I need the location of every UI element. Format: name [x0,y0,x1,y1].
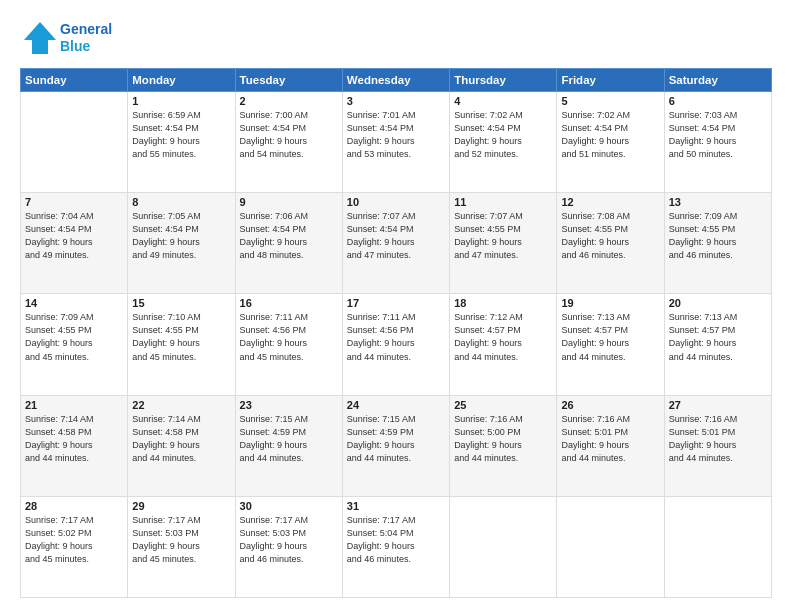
logo: General Blue [20,18,112,58]
day-info: Sunrise: 7:13 AM Sunset: 4:57 PM Dayligh… [669,311,767,363]
day-info: Sunrise: 7:09 AM Sunset: 4:55 PM Dayligh… [25,311,123,363]
day-info: Sunrise: 7:14 AM Sunset: 4:58 PM Dayligh… [132,413,230,465]
day-number: 7 [25,196,123,208]
day-info: Sunrise: 7:14 AM Sunset: 4:58 PM Dayligh… [25,413,123,465]
day-info: Sunrise: 7:05 AM Sunset: 4:54 PM Dayligh… [132,210,230,262]
day-number: 27 [669,399,767,411]
calendar-cell: 28Sunrise: 7:17 AM Sunset: 5:02 PM Dayli… [21,496,128,597]
day-number: 14 [25,297,123,309]
calendar-cell: 10Sunrise: 7:07 AM Sunset: 4:54 PM Dayli… [342,193,449,294]
weekday-header-monday: Monday [128,69,235,92]
calendar-cell: 7Sunrise: 7:04 AM Sunset: 4:54 PM Daylig… [21,193,128,294]
week-row-4: 21Sunrise: 7:14 AM Sunset: 4:58 PM Dayli… [21,395,772,496]
calendar-cell: 31Sunrise: 7:17 AM Sunset: 5:04 PM Dayli… [342,496,449,597]
weekday-header-sunday: Sunday [21,69,128,92]
day-number: 21 [25,399,123,411]
day-info: Sunrise: 7:15 AM Sunset: 4:59 PM Dayligh… [347,413,445,465]
calendar-cell: 13Sunrise: 7:09 AM Sunset: 4:55 PM Dayli… [664,193,771,294]
calendar-cell: 2Sunrise: 7:00 AM Sunset: 4:54 PM Daylig… [235,92,342,193]
day-number: 5 [561,95,659,107]
calendar-cell: 22Sunrise: 7:14 AM Sunset: 4:58 PM Dayli… [128,395,235,496]
calendar-cell: 14Sunrise: 7:09 AM Sunset: 4:55 PM Dayli… [21,294,128,395]
calendar-cell: 26Sunrise: 7:16 AM Sunset: 5:01 PM Dayli… [557,395,664,496]
calendar-cell: 5Sunrise: 7:02 AM Sunset: 4:54 PM Daylig… [557,92,664,193]
calendar-cell: 17Sunrise: 7:11 AM Sunset: 4:56 PM Dayli… [342,294,449,395]
day-info: Sunrise: 7:17 AM Sunset: 5:03 PM Dayligh… [132,514,230,566]
day-number: 28 [25,500,123,512]
calendar-cell: 4Sunrise: 7:02 AM Sunset: 4:54 PM Daylig… [450,92,557,193]
day-number: 13 [669,196,767,208]
week-row-2: 7Sunrise: 7:04 AM Sunset: 4:54 PM Daylig… [21,193,772,294]
day-number: 31 [347,500,445,512]
calendar-cell: 8Sunrise: 7:05 AM Sunset: 4:54 PM Daylig… [128,193,235,294]
day-info: Sunrise: 6:59 AM Sunset: 4:54 PM Dayligh… [132,109,230,161]
calendar-cell: 23Sunrise: 7:15 AM Sunset: 4:59 PM Dayli… [235,395,342,496]
day-info: Sunrise: 7:17 AM Sunset: 5:03 PM Dayligh… [240,514,338,566]
header: General Blue [20,18,772,58]
day-number: 29 [132,500,230,512]
day-info: Sunrise: 7:11 AM Sunset: 4:56 PM Dayligh… [240,311,338,363]
day-info: Sunrise: 7:16 AM Sunset: 5:01 PM Dayligh… [561,413,659,465]
calendar-cell: 30Sunrise: 7:17 AM Sunset: 5:03 PM Dayli… [235,496,342,597]
svg-marker-0 [24,22,56,54]
calendar-cell: 21Sunrise: 7:14 AM Sunset: 4:58 PM Dayli… [21,395,128,496]
day-info: Sunrise: 7:01 AM Sunset: 4:54 PM Dayligh… [347,109,445,161]
day-info: Sunrise: 7:04 AM Sunset: 4:54 PM Dayligh… [25,210,123,262]
week-row-3: 14Sunrise: 7:09 AM Sunset: 4:55 PM Dayli… [21,294,772,395]
logo-line2: Blue [60,38,112,55]
weekday-header-tuesday: Tuesday [235,69,342,92]
day-info: Sunrise: 7:10 AM Sunset: 4:55 PM Dayligh… [132,311,230,363]
calendar-cell [21,92,128,193]
calendar-cell: 15Sunrise: 7:10 AM Sunset: 4:55 PM Dayli… [128,294,235,395]
calendar-cell: 19Sunrise: 7:13 AM Sunset: 4:57 PM Dayli… [557,294,664,395]
day-number: 18 [454,297,552,309]
day-number: 6 [669,95,767,107]
day-info: Sunrise: 7:07 AM Sunset: 4:54 PM Dayligh… [347,210,445,262]
day-info: Sunrise: 7:11 AM Sunset: 4:56 PM Dayligh… [347,311,445,363]
day-number: 2 [240,95,338,107]
day-info: Sunrise: 7:02 AM Sunset: 4:54 PM Dayligh… [561,109,659,161]
calendar-cell: 24Sunrise: 7:15 AM Sunset: 4:59 PM Dayli… [342,395,449,496]
day-number: 15 [132,297,230,309]
weekday-header-saturday: Saturday [664,69,771,92]
day-info: Sunrise: 7:06 AM Sunset: 4:54 PM Dayligh… [240,210,338,262]
day-info: Sunrise: 7:15 AM Sunset: 4:59 PM Dayligh… [240,413,338,465]
week-row-1: 1Sunrise: 6:59 AM Sunset: 4:54 PM Daylig… [21,92,772,193]
day-number: 24 [347,399,445,411]
calendar-table: SundayMondayTuesdayWednesdayThursdayFrid… [20,68,772,598]
calendar-cell [450,496,557,597]
day-number: 1 [132,95,230,107]
week-row-5: 28Sunrise: 7:17 AM Sunset: 5:02 PM Dayli… [21,496,772,597]
day-number: 8 [132,196,230,208]
day-info: Sunrise: 7:12 AM Sunset: 4:57 PM Dayligh… [454,311,552,363]
calendar-cell [557,496,664,597]
calendar-cell: 6Sunrise: 7:03 AM Sunset: 4:54 PM Daylig… [664,92,771,193]
day-number: 12 [561,196,659,208]
calendar-cell: 20Sunrise: 7:13 AM Sunset: 4:57 PM Dayli… [664,294,771,395]
day-number: 17 [347,297,445,309]
day-info: Sunrise: 7:02 AM Sunset: 4:54 PM Dayligh… [454,109,552,161]
calendar-cell: 9Sunrise: 7:06 AM Sunset: 4:54 PM Daylig… [235,193,342,294]
day-number: 19 [561,297,659,309]
weekday-header-friday: Friday [557,69,664,92]
calendar-cell [664,496,771,597]
calendar-cell: 1Sunrise: 6:59 AM Sunset: 4:54 PM Daylig… [128,92,235,193]
calendar-cell: 18Sunrise: 7:12 AM Sunset: 4:57 PM Dayli… [450,294,557,395]
weekday-header-row: SundayMondayTuesdayWednesdayThursdayFrid… [21,69,772,92]
logo-svg [20,18,56,58]
day-number: 22 [132,399,230,411]
day-info: Sunrise: 7:17 AM Sunset: 5:02 PM Dayligh… [25,514,123,566]
calendar-cell: 27Sunrise: 7:16 AM Sunset: 5:01 PM Dayli… [664,395,771,496]
calendar-cell: 29Sunrise: 7:17 AM Sunset: 5:03 PM Dayli… [128,496,235,597]
day-info: Sunrise: 7:09 AM Sunset: 4:55 PM Dayligh… [669,210,767,262]
day-info: Sunrise: 7:16 AM Sunset: 5:01 PM Dayligh… [669,413,767,465]
day-info: Sunrise: 7:03 AM Sunset: 4:54 PM Dayligh… [669,109,767,161]
calendar-cell: 11Sunrise: 7:07 AM Sunset: 4:55 PM Dayli… [450,193,557,294]
day-number: 30 [240,500,338,512]
day-info: Sunrise: 7:00 AM Sunset: 4:54 PM Dayligh… [240,109,338,161]
day-info: Sunrise: 7:16 AM Sunset: 5:00 PM Dayligh… [454,413,552,465]
day-number: 16 [240,297,338,309]
day-number: 23 [240,399,338,411]
weekday-header-wednesday: Wednesday [342,69,449,92]
day-info: Sunrise: 7:08 AM Sunset: 4:55 PM Dayligh… [561,210,659,262]
